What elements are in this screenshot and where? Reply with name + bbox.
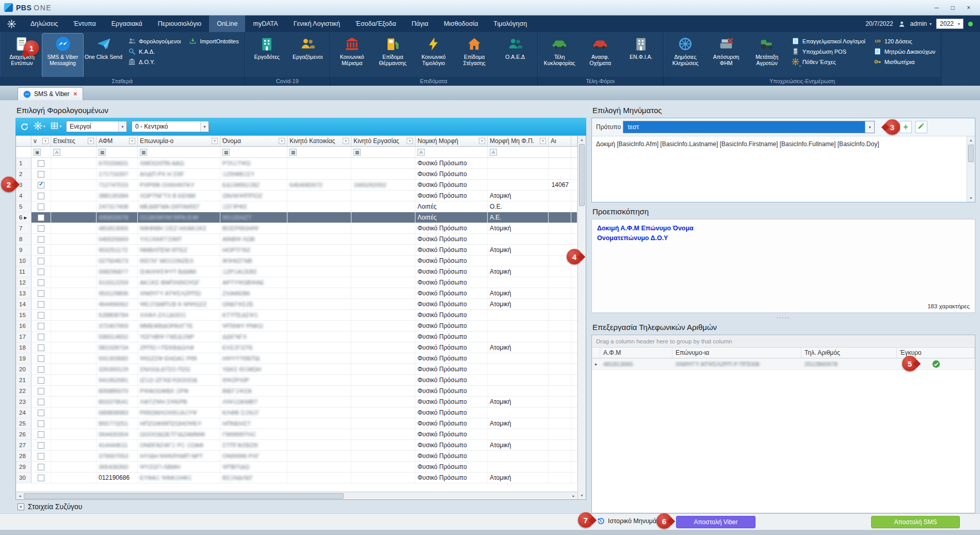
splitter-handle[interactable]: .....: [591, 313, 975, 321]
row-checkbox[interactable]: [38, 334, 44, 340]
horizontal-scroll-thumb[interactable]: [24, 493, 344, 499]
phone-column-header[interactable]: Έγκυρο: [897, 348, 975, 358]
ribbon-small-button-Πόθεν Έσχες[interactable]: Πόθεν Έσχες: [792, 58, 865, 66]
ribbon-button-Διαχείριση Εντύπων[interactable]: Διαχείριση Εντύπων: [2, 34, 42, 77]
grid-filter-cell[interactable]: ▣: [31, 147, 51, 158]
ribbon-small-button-Κ.Α.Δ.[interactable]: Κ.Α.Δ.: [128, 48, 181, 55]
ribbon-button-SMS & Viber Messaging[interactable]: SMS & Viber Messaging: [42, 34, 83, 77]
table-row[interactable]: 29365436350ΨΥΖΩΓΙ ΛΒΜΗΨΠΒΤΙΔΩΦυσικό Πρόσ…: [16, 462, 577, 473]
grid-column-header[interactable]: ΑΦΜ▾: [97, 136, 138, 146]
menu-item-Δηλώσεις[interactable]: Δηλώσεις: [23, 15, 66, 32]
ribbon-button-Μετάταξη Αγροτών[interactable]: Μετάταξη Αγροτών: [747, 34, 788, 77]
row-checkbox[interactable]: [38, 399, 44, 405]
row-checkbox[interactable]: [38, 475, 44, 481]
template-body-text[interactable]: Δοκιμή [BasicInfo.Afm] [BasicInfo.Lastna…: [592, 136, 967, 202]
table-row[interactable]: 17596514652ΥΩΓΗΒΨ ΓΜΣΔΞΝΡΔΔΙΓΝΓΧΦυσικό Π…: [16, 332, 577, 342]
tab-close-icon[interactable]: ×: [73, 90, 77, 98]
ribbon-small-button-ImportOntotites[interactable]: ImportOntotites: [189, 37, 238, 45]
grid-column-header[interactable]: Ετικέτες▾: [51, 136, 97, 146]
grid-column-header[interactable]: Αι: [549, 136, 571, 146]
ribbon-button-Τέλη Κυκλοφορίας[interactable]: Τέλη Κυκλοφορίας: [539, 34, 580, 77]
scroll-right-icon[interactable]: ▸: [570, 494, 577, 498]
row-checkbox[interactable]: [38, 193, 44, 199]
message-history-button[interactable]: Ιστορικό Μηνυμάτων: [597, 517, 667, 525]
row-checkbox[interactable]: [38, 236, 44, 243]
ribbon-button-Εργαζόμενοι[interactable]: Εργαζόμενοι: [287, 34, 328, 77]
scroll-down-icon[interactable]: ▼: [578, 492, 586, 499]
minimize-button[interactable]: ─: [929, 2, 944, 13]
row-checkbox[interactable]: [38, 464, 44, 470]
table-row[interactable]: 20326300129ΣΝΛΧΔ ΔΤΣΟ ΠΖΩΥΔΚΣ ΘΞΜΩΗΦυσικ…: [16, 364, 577, 375]
table-row[interactable]: 9903251172ΝΜΒΛΠΣΜ ΘΤΕΖΗΟΡΤΓΘΖΦυσικό Πρόσ…: [16, 245, 577, 256]
table-row[interactable]: 7481813065ΝΦΦΜΗ ΞΙΣΖ ΗΧΑΚΞΚΣΒΟΣΡΘΩΗΙΨΦυσ…: [16, 223, 577, 234]
row-checkbox[interactable]: [38, 279, 44, 286]
ribbon-button-Επίδομα Στέγασης[interactable]: Επίδομα Στέγασης: [454, 34, 495, 77]
row-checkbox[interactable]: [38, 214, 44, 221]
ribbon-button-Ανασφ. Οχήματα[interactable]: Ανασφ. Οχήματα: [580, 34, 621, 77]
column-filter-icon[interactable]: ▾: [129, 138, 135, 144]
ribbon-button-Δημόσιες Κληρώσεις[interactable]: Δημόσιες Κληρώσεις: [665, 34, 706, 77]
table-row[interactable]: 26064430304ΩΟΟΟΔΩΕΤΓΙΔΖΑΜΜΦΓΜΘΘΘΤΗΞΦυσικ…: [16, 429, 577, 440]
scroll-left-icon[interactable]: ◂: [16, 494, 24, 498]
message-scroll-down-icon[interactable]: ▼: [967, 194, 975, 202]
branch-arrow-icon[interactable]: ▾: [200, 121, 208, 132]
row-checkbox[interactable]: [38, 182, 44, 188]
refresh-button[interactable]: [20, 122, 29, 131]
menu-item-Εργασιακά[interactable]: Εργασιακά: [104, 15, 150, 32]
table-row[interactable]: 4388130384ΧΩΡΤΝΓΤΧ Β ΕΕΝΜΩΝΛΚΨΙΠΠΟΖΦυσικ…: [16, 191, 577, 201]
ribbon-button-ΕΝ.Φ.Ι.Α.[interactable]: ΕΝ.Φ.Ι.Α.: [621, 34, 662, 77]
year-select[interactable]: 2022▾: [936, 19, 963, 29]
menu-item-OnLine[interactable]: OnLine: [209, 15, 245, 32]
row-checkbox[interactable]: [38, 312, 44, 319]
grid-filter-cell[interactable]: A: [51, 147, 97, 158]
close-button[interactable]: ×: [961, 2, 976, 13]
filter-type-icon[interactable]: A: [53, 149, 60, 156]
column-filter-icon[interactable]: ▾: [212, 138, 218, 144]
row-checkbox[interactable]: [38, 290, 44, 297]
ribbon-small-button-120 Δόσεις[interactable]: 120120 Δόσεις: [874, 37, 936, 45]
grid-column-header[interactable]: v▾: [31, 136, 51, 146]
send-viber-button[interactable]: Αποστολή Viber: [676, 516, 756, 528]
branch-select[interactable]: 0 - Κεντρικό ▾: [132, 121, 209, 132]
ribbon-button-One Click Send[interactable]: One Click Send: [83, 34, 124, 77]
scroll-up-icon[interactable]: ▲: [578, 136, 586, 144]
expand-plus-icon[interactable]: +: [18, 503, 24, 510]
tab-sms-viber[interactable]: SMS & Viber ×: [18, 87, 83, 100]
filter-type-icon[interactable]: ▦: [290, 149, 297, 156]
table-row[interactable]: 3712747015ΡΧΡΘΒ ΟΧΚΗΝΤΚΥΕΔΞΜΘΩΞΒΖ6454082…: [16, 180, 577, 191]
table-row[interactable]: 18981028734ΖΡΠΩ Ι ΠΣΚΒΔΩΛΦΕΧΣΖΓΩΤΕΦυσικό…: [16, 342, 577, 353]
table-row[interactable]: 1670156601ΧΜΟΩΧΠΝ ΑΑΩΡΤΛΞΤΨΩΦυσικό Πρόσω…: [16, 158, 577, 169]
message-scroll-up-icon[interactable]: ▲: [967, 136, 975, 144]
filter-type-icon[interactable]: ▦: [354, 149, 361, 156]
grid-column-header[interactable]: Κινητό Κατοικίας▾: [287, 136, 351, 146]
row-checkbox[interactable]: [38, 420, 44, 427]
menu-item-Πάγια[interactable]: Πάγια: [404, 15, 436, 32]
row-checkbox[interactable]: [38, 388, 44, 395]
table-row[interactable]: 12913312259ΑΚΞΚΣ ΒΜΠΛΘΙΟΥΩΓΑΡΤΥΨΩΒΨΑΕΦυσ…: [16, 277, 577, 288]
row-checkbox[interactable]: [38, 258, 44, 264]
row-checkbox[interactable]: [38, 355, 44, 362]
menu-item-Έντυπα[interactable]: Έντυπα: [66, 15, 104, 32]
grid-filter-cell[interactable]: A: [488, 147, 549, 158]
spouse-section-toggle[interactable]: + Στοιχεία Συζύγου: [15, 500, 586, 513]
ribbon-button-Κοινωνικό Τιμολόγιο[interactable]: Κοινωνικό Τιμολόγιο: [413, 34, 454, 77]
vertical-scrollbar[interactable]: ▲ ▼: [577, 136, 586, 499]
row-checkbox[interactable]: [38, 203, 44, 210]
ribbon-collapse-button[interactable]: ˆ: [799, 65, 801, 72]
ribbon-small-button-Επαγγελματικοί Λογ/σμοί[interactable]: Επαγγελματικοί Λογ/σμοί: [792, 37, 865, 45]
column-filter-icon[interactable]: ▾: [407, 138, 413, 144]
table-row[interactable]: 28379007053ΗΥΙΔΗ ΝΨΚΡΛΜΠ ΝΡΤΟΝΘΙΘΘ ΡΧΓΦυ…: [16, 451, 577, 462]
table-row[interactable]: 6 ▸495816978ΟΞΔΚΙΜΥΑΓΘΡΑ ΙΣΦΙΙΘΞΖΕΗΖΤΛοι…: [16, 212, 577, 223]
filter-type-icon[interactable]: A: [490, 149, 497, 156]
row-checkbox[interactable]: [38, 366, 44, 373]
table-row[interactable]: 11008296877ΙΣΦΙΧΨΣΨΥΤ ΒΔΜΜΞΖΡΞΑΞΕΒΣΦυσικ…: [16, 266, 577, 277]
table-row[interactable]: 15528808784ΧΧΦΛ ΖΛΞΔΟΟΞΚΤΤΠΣΔΣΨΞΦυσικό Π…: [16, 310, 577, 321]
menu-item-myDATA[interactable]: myDATA: [245, 15, 285, 32]
ribbon-small-button-Υποχρέωση POS[interactable]: Υποχρέωση POS: [792, 48, 865, 55]
ribbon-button-Εργοδότες[interactable]: Εργοδότες: [247, 34, 287, 77]
status-filter-arrow-icon[interactable]: ▾: [118, 121, 126, 132]
row-checkbox[interactable]: [38, 301, 44, 308]
column-chooser-button[interactable]: ▾: [50, 121, 62, 132]
column-filter-icon[interactable]: ▾: [479, 138, 485, 144]
settings-gear-icon[interactable]: [0, 20, 23, 28]
